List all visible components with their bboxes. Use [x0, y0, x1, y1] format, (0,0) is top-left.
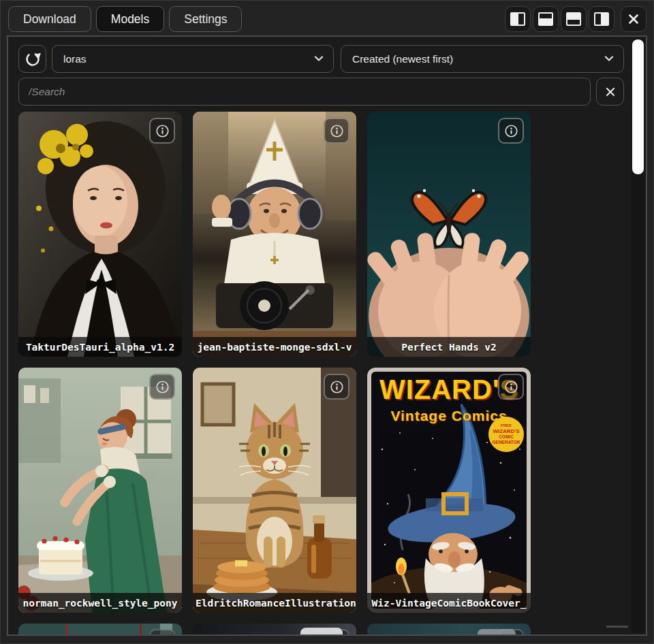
model-preview-image [193, 368, 356, 613]
scrollbar-corner [606, 626, 628, 628]
model-title-text: Wiz-VintageComicBookCover_ [372, 598, 527, 609]
close-icon [627, 12, 640, 26]
chevron-down-icon [604, 56, 614, 62]
model-type-select[interactable]: loras [52, 45, 334, 73]
model-browser-window: Download Models Settings loras Created (… [0, 0, 654, 644]
chevron-down-icon [314, 56, 324, 62]
model-title: norman_rockwell_style_pony [18, 593, 182, 613]
model-preview-image [18, 112, 182, 357]
model-title: TakturDesTauri_alpha_v1.2 [18, 337, 182, 357]
model-card-eldritch-romance[interactable]: EldritchRomanceIllustration [193, 368, 356, 613]
model-preview-image [367, 112, 531, 357]
model-title-text: jean-baptiste-monge-sdxl-v [198, 342, 352, 353]
model-title: Perfect Hands v2 [367, 337, 531, 357]
model-type-value: loras [63, 53, 87, 65]
info-icon [503, 379, 519, 395]
wizard-badge-line: FREE [501, 423, 512, 428]
search-input[interactable] [18, 78, 591, 106]
scrollbar-thumb[interactable] [632, 39, 644, 174]
sort-value: Created (newest first) [352, 53, 453, 65]
model-card-perfect-hands[interactable]: Perfect Hands v2 [367, 112, 531, 357]
model-title-text: TakturDesTauri_alpha_v1.2 [26, 342, 174, 353]
tab-bar: Download Models Settings [8, 6, 242, 32]
panel-right-icon [594, 12, 609, 26]
model-card-partial[interactable] [18, 624, 182, 636]
model-card-takturdestauri[interactable]: TakturDesTauri_alpha_v1.2 [18, 112, 182, 357]
model-card-jean-baptiste-monge[interactable]: jean-baptiste-monge-sdxl-v [193, 112, 356, 357]
model-card-partial[interactable] [367, 624, 531, 636]
wizard-badge-line: WIZARD'S [493, 428, 520, 434]
info-icon [503, 123, 519, 139]
model-title: jean-baptiste-monge-sdxl-v [193, 337, 356, 357]
model-info-button[interactable] [498, 629, 524, 636]
close-button[interactable] [621, 6, 647, 32]
wizard-cover-subtitle: Vintage Comics [390, 408, 507, 423]
model-title-text: norman_rockwell_style_pony [23, 598, 178, 609]
model-title-text: EldritchRomanceIllustration [196, 598, 356, 609]
snap-panel-top-button[interactable] [561, 6, 587, 32]
info-icon [329, 379, 345, 395]
scrollbar[interactable] [632, 38, 644, 633]
model-preview-image [193, 112, 356, 357]
wizard-badge-line: COMIC [499, 434, 514, 439]
wizard-badge-line: GENERATOR [493, 440, 520, 445]
model-info-button[interactable] [498, 374, 524, 400]
window-controls [505, 6, 647, 32]
model-info-button[interactable] [324, 629, 349, 636]
model-info-button[interactable] [498, 118, 524, 144]
tab-settings[interactable]: Settings [169, 6, 242, 32]
models-panel: loras Created (newest first) [7, 35, 647, 636]
clear-search-button[interactable] [596, 78, 624, 106]
sort-select[interactable]: Created (newest first) [341, 45, 624, 73]
tab-models[interactable]: Models [96, 6, 164, 32]
info-icon [155, 379, 170, 395]
model-card-partial[interactable] [193, 624, 356, 636]
refresh-button[interactable] [18, 45, 46, 73]
model-info-button[interactable] [149, 629, 175, 636]
tab-download[interactable]: Download [8, 6, 91, 32]
refresh-icon [24, 50, 42, 68]
panel-left-icon [510, 12, 525, 26]
model-title-text: Perfect Hands v2 [401, 342, 497, 353]
snap-panel-left-button[interactable] [505, 6, 531, 32]
snap-panel-bottom-button[interactable] [533, 6, 559, 32]
model-info-button[interactable] [149, 374, 175, 400]
model-info-button[interactable] [324, 374, 349, 400]
info-icon [155, 123, 170, 139]
model-preview-image [18, 368, 182, 613]
model-title: Wiz-VintageComicBookCover_ [367, 593, 531, 613]
info-icon [329, 123, 345, 139]
panel-top-icon [566, 12, 581, 26]
panel-bottom-icon [538, 12, 553, 26]
model-preview-image: WIZARD'S WIZARD'S Vintage Comics Vintage… [367, 368, 531, 613]
model-title: EldritchRomanceIllustration [193, 593, 356, 613]
model-info-button[interactable] [149, 118, 175, 144]
close-icon [604, 86, 617, 98]
model-card-wiz-vintage-comic[interactable]: WIZARD'S WIZARD'S Vintage Comics Vintage… [367, 368, 531, 613]
snap-panel-right-button[interactable] [589, 6, 614, 32]
model-info-button[interactable] [324, 118, 349, 144]
model-card-norman-rockwell[interactable]: norman_rockwell_style_pony [18, 368, 182, 613]
